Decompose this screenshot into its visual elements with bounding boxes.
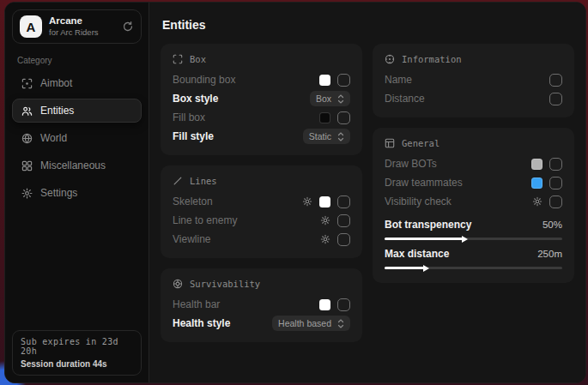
bot-transparency-slider-group: Bot transpenency 50% xyxy=(385,217,562,240)
sidebar-item-aimbot[interactable]: Aimbot xyxy=(12,71,142,95)
sub-expiry-text: Sub expires in 23d 20h xyxy=(21,337,133,356)
color-swatch[interactable] xyxy=(531,177,543,189)
color-swatch[interactable] xyxy=(319,112,330,123)
sidebar-nav: Aimbot Entities World xyxy=(5,69,149,207)
setting-row-bounding-box: Bounding box xyxy=(173,70,350,89)
checkbox[interactable] xyxy=(549,158,562,171)
max-distance-slider[interactable] xyxy=(385,267,562,269)
app-title: Arcane xyxy=(49,15,115,27)
setting-row-draw-bots: Draw BOTs xyxy=(385,154,562,173)
entities-icon xyxy=(21,105,33,117)
general-card: General Draw BOTs Draw teammates Visibil… xyxy=(373,128,574,283)
bounding-box-icon xyxy=(173,54,183,64)
setting-label: Health bar xyxy=(173,298,312,310)
setting-label: Skeleton xyxy=(173,196,295,208)
lines-card: Lines Skeleton Line to enemy xyxy=(161,165,362,258)
checkbox[interactable] xyxy=(337,74,350,87)
checkbox[interactable] xyxy=(337,214,350,227)
sidebar-item-label: World xyxy=(40,132,67,144)
setting-label: Bounding box xyxy=(173,74,312,86)
checkbox[interactable] xyxy=(337,233,350,246)
app-avatar: A xyxy=(20,15,42,38)
checkbox[interactable] xyxy=(549,196,562,208)
setting-row-fill-style: Fill style Static xyxy=(173,127,350,146)
setting-label: Line to enemy xyxy=(173,214,313,226)
setting-label: Visibility check xyxy=(385,196,525,208)
setting-label: Draw teammates xyxy=(385,177,524,189)
sidebar-item-label: Aimbot xyxy=(40,77,72,89)
checkbox[interactable] xyxy=(337,298,350,311)
color-swatch[interactable] xyxy=(319,75,330,86)
card-title: Survivability xyxy=(190,279,260,289)
setting-row-box-style: Box style Box xyxy=(173,89,350,108)
setting-row-distance: Distance xyxy=(385,89,562,108)
setting-row-viewline: Viewline xyxy=(173,230,350,249)
main-panel: Entities Box Bounding box xyxy=(149,3,585,382)
app-logo-card: A Arcane for Arc Riders xyxy=(12,9,142,44)
setting-label: Distance xyxy=(385,93,543,105)
slider-thumb[interactable] xyxy=(423,265,429,272)
checkbox[interactable] xyxy=(337,196,350,208)
sidebar-item-settings[interactable]: Settings xyxy=(12,181,142,205)
fill-style-dropdown[interactable]: Static xyxy=(303,129,350,144)
card-title: Lines xyxy=(190,176,217,186)
card-title: General xyxy=(402,138,439,148)
chevron-updown-icon xyxy=(337,94,344,104)
setting-row-draw-teammates: Draw teammates xyxy=(385,173,562,192)
chevron-updown-icon xyxy=(337,319,344,328)
setting-label: Draw BOTs xyxy=(385,158,524,170)
survivability-card: Survivability Health bar Health style He… xyxy=(161,268,362,342)
sidebar-item-label: Entities xyxy=(40,105,74,117)
row-settings-gear-icon[interactable] xyxy=(302,196,312,207)
category-label: Category xyxy=(17,56,136,65)
checkbox[interactable] xyxy=(549,93,562,105)
checkbox[interactable] xyxy=(549,74,562,87)
gear-icon xyxy=(21,188,33,199)
right-column: Information Name Distance xyxy=(373,44,574,283)
setting-label: Health style xyxy=(173,317,265,329)
slider-label: Max distance xyxy=(385,248,449,260)
globe-icon xyxy=(21,133,33,144)
dropdown-value: Box xyxy=(316,93,331,104)
setting-row-health-bar: Health bar xyxy=(173,295,350,314)
lifebuoy-icon xyxy=(173,279,183,289)
box-card: Box Bounding box Box style Box xyxy=(161,44,362,155)
setting-label: Box style xyxy=(173,93,303,105)
slider-value: 50% xyxy=(543,220,562,230)
sidebar-item-label: Miscellaneous xyxy=(40,159,106,171)
chevron-updown-icon xyxy=(337,132,344,141)
row-settings-gear-icon[interactable] xyxy=(320,215,330,226)
page-title: Entities xyxy=(162,18,573,32)
crosshair-icon xyxy=(21,78,33,89)
sidebar-item-world[interactable]: World xyxy=(12,126,142,150)
row-settings-gear-icon[interactable] xyxy=(320,234,330,244)
box-style-dropdown[interactable]: Box xyxy=(310,91,350,106)
card-title: Box xyxy=(190,54,206,64)
slider-thumb[interactable] xyxy=(462,236,468,243)
refresh-icon[interactable] xyxy=(122,21,134,33)
dropdown-value: Health based xyxy=(278,318,331,328)
sidebar: A Arcane for Arc Riders Category xyxy=(5,3,149,382)
grid-icon xyxy=(21,160,33,171)
layout-icon xyxy=(385,138,395,148)
setting-row-visibility-check: Visibility check xyxy=(385,192,562,211)
slider-value: 250m xyxy=(537,249,562,259)
color-swatch[interactable] xyxy=(319,196,330,208)
bot-transparency-slider[interactable] xyxy=(385,238,562,240)
setting-row-name: Name xyxy=(385,70,562,89)
sidebar-item-miscellaneous[interactable]: Miscellaneous xyxy=(12,153,142,177)
target-icon xyxy=(385,54,395,64)
setting-label: Name xyxy=(385,74,543,86)
setting-row-health-style: Health style Health based xyxy=(173,314,350,333)
color-swatch[interactable] xyxy=(531,159,543,170)
checkbox[interactable] xyxy=(549,177,562,189)
health-style-dropdown[interactable]: Health based xyxy=(272,316,350,331)
setting-label: Viewline xyxy=(173,233,313,245)
session-duration-text: Session duration 44s xyxy=(21,359,133,369)
sidebar-item-label: Settings xyxy=(40,187,77,199)
setting-row-skeleton: Skeleton xyxy=(173,192,350,211)
row-settings-gear-icon[interactable] xyxy=(532,196,543,207)
color-swatch[interactable] xyxy=(319,299,330,310)
sidebar-item-entities[interactable]: Entities xyxy=(12,99,142,123)
checkbox[interactable] xyxy=(337,111,350,124)
